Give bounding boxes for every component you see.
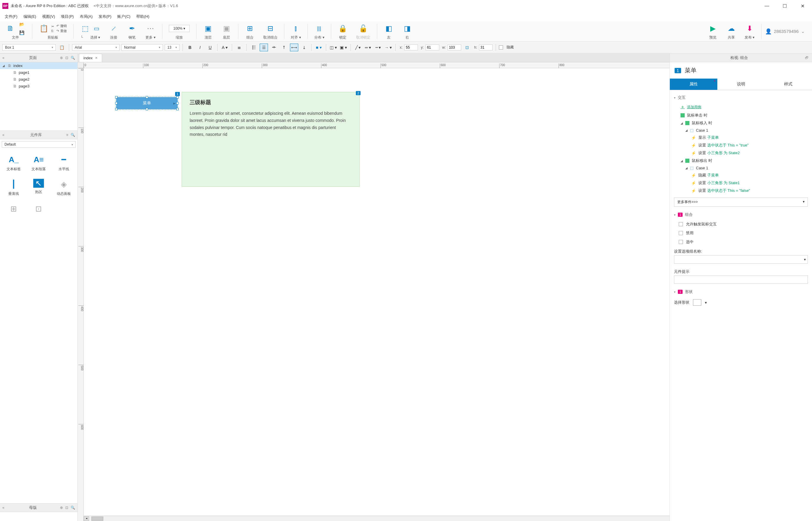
page-item-page3[interactable]: 🗎page3: [0, 83, 78, 90]
line-width-button[interactable]: ═ ▾: [364, 44, 372, 51]
library-collapse-icon[interactable]: «: [2, 133, 4, 137]
design-canvas[interactable]: 菜单 ▸ 1 2: [84, 68, 669, 516]
menu-file[interactable]: 文件(F): [2, 13, 20, 20]
add-page-icon[interactable]: ⊕: [60, 56, 63, 60]
font-size-select[interactable]: 13▾: [165, 44, 179, 51]
more-tools-icon[interactable]: ⋯: [145, 23, 155, 33]
masters-collapse-icon[interactable]: «: [2, 505, 4, 510]
copy-button[interactable]: ⎘: [51, 29, 54, 32]
valign-top-button[interactable]: ⤒: [280, 44, 288, 51]
tooltip-input[interactable]: [674, 275, 808, 284]
close-button[interactable]: ✕: [799, 3, 806, 9]
add-case-link[interactable]: ＋添加用例: [670, 103, 812, 112]
selected-checkbox[interactable]: 选中: [670, 237, 812, 246]
unlock-icon[interactable]: 🔓: [358, 23, 368, 33]
align-right-button[interactable]: ⬲: [270, 44, 278, 51]
event-onmousein[interactable]: ◢鼠标移入 时: [670, 119, 812, 127]
line-style-button[interactable]: ┅ ▾: [374, 44, 382, 51]
allow-mouse-ix-checkbox[interactable]: 允许触发鼠标交互: [670, 220, 812, 229]
fill-color-button[interactable]: ■ ▾: [315, 44, 323, 51]
underline-button[interactable]: U: [206, 44, 214, 51]
search-masters-icon[interactable]: 🔍: [71, 505, 75, 510]
menu-account[interactable]: 账户(C): [115, 13, 133, 20]
add-master-icon[interactable]: ⊕: [60, 505, 63, 510]
widget-name-input[interactable]: Box 1▾: [2, 44, 56, 51]
menu-arrange[interactable]: 布局(A): [78, 13, 95, 20]
zoom-input[interactable]: 100% ▾: [169, 25, 190, 32]
bullet-list-button[interactable]: ≣: [235, 44, 243, 51]
widget-text-paragraph[interactable]: A≡文本段落: [27, 152, 50, 174]
undo-button[interactable]: ↶撤销: [57, 24, 67, 28]
menu-publish[interactable]: 发布(P): [96, 13, 114, 20]
pages-collapse-icon[interactable]: «: [2, 56, 4, 60]
menu-box[interactable]: 菜单 ▸: [116, 97, 177, 109]
group-section-header[interactable]: ▾1组合: [670, 210, 812, 220]
h-input[interactable]: [479, 44, 493, 50]
maximize-button[interactable]: ☐: [781, 3, 788, 9]
action-show-submenu[interactable]: ⚡显示 子菜单: [670, 134, 812, 141]
library-set-select[interactable]: Default▾: [2, 141, 76, 148]
user-dropdown-icon[interactable]: ⌄: [801, 29, 805, 34]
footnote-badge-2[interactable]: 2: [356, 91, 361, 95]
distribute-label[interactable]: 分布: [314, 35, 321, 40]
case-1-out[interactable]: ◢⬚Case 1: [670, 164, 812, 172]
lock-aspect-icon[interactable]: ⊡: [463, 44, 471, 51]
add-folder-icon[interactable]: ⊡: [65, 56, 68, 60]
share-icon[interactable]: ☁: [726, 23, 736, 33]
bold-button[interactable]: B: [186, 44, 194, 51]
text-color-button[interactable]: A ▾: [220, 44, 229, 51]
valign-middle-button[interactable]: ⟷: [290, 44, 298, 51]
send-back-icon[interactable]: ▣: [221, 23, 232, 33]
line-color-button[interactable]: ╱ ▾: [354, 44, 362, 51]
vertical-ruler[interactable]: 0 100 200 300 400 500 600: [78, 68, 84, 521]
y-input[interactable]: [426, 44, 439, 50]
open-file-icon[interactable]: 📂: [18, 20, 25, 28]
w-input[interactable]: [448, 44, 461, 50]
align-label[interactable]: 对齐: [291, 35, 298, 40]
align-icon[interactable]: ⫿: [291, 23, 301, 33]
action-set-triangle-state1[interactable]: ⚡设置 小三角形 为 State1: [670, 179, 812, 187]
distribute-icon[interactable]: ⫼: [314, 23, 324, 33]
publish-label[interactable]: 发布: [745, 35, 752, 40]
search-library-icon[interactable]: 🔍: [71, 133, 75, 137]
connect-tool-icon[interactable]: ⟋: [109, 23, 119, 33]
publish-icon[interactable]: ⬇: [745, 23, 755, 33]
copy-style-icon[interactable]: 📋: [58, 44, 66, 51]
widget-horizontal-line[interactable]: ━水平线: [52, 152, 75, 174]
cut-button[interactable]: ✂: [51, 25, 54, 28]
widget-text-label[interactable]: A_文本标签: [2, 152, 25, 174]
right-panel-icon[interactable]: ◨: [402, 23, 412, 33]
event-onclick[interactable]: 鼠标单击 时: [670, 112, 812, 119]
hidden-checkbox[interactable]: [499, 45, 503, 49]
font-family-select[interactable]: Arial▾: [72, 44, 120, 51]
font-weight-select[interactable]: Normal▾: [121, 44, 163, 51]
preview-icon[interactable]: ▶: [708, 23, 718, 33]
widget-dynamic-panel[interactable]: ◈动态面板: [52, 177, 75, 199]
scroll-thumb[interactable]: [91, 517, 103, 521]
menu-widget-group[interactable]: 菜单 ▸ 1: [116, 92, 177, 110]
action-set-selected-false[interactable]: ⚡设置 选中状态于 This = "false": [670, 187, 812, 195]
widget-hot-spot[interactable]: ↖热区: [27, 177, 50, 199]
page-item-page2[interactable]: 🗎page2: [0, 76, 78, 83]
group-icon[interactable]: ⊞: [245, 23, 255, 33]
widget-name-display[interactable]: 菜单: [685, 66, 697, 74]
menu-project[interactable]: 项目(P): [59, 13, 76, 20]
more-label[interactable]: 更多: [145, 35, 153, 40]
left-panel-icon[interactable]: ◧: [384, 23, 394, 33]
disabled-checkbox[interactable]: 禁用: [670, 229, 812, 237]
user-id[interactable]: 2863579496: [774, 29, 799, 34]
tab-notes[interactable]: 说明: [717, 78, 765, 90]
event-onmouseout[interactable]: ◢鼠标移出 时: [670, 157, 812, 164]
select-tool-icon[interactable]: ⬚: [80, 23, 90, 33]
align-left-button[interactable]: ⬱: [250, 44, 258, 51]
shape-section-header[interactable]: ▾1形状: [670, 287, 812, 297]
menu-view[interactable]: 视图(V): [40, 13, 57, 20]
page-item-page1[interactable]: 🗎page1: [0, 69, 78, 76]
select-shape-row[interactable]: 选择形状▾: [670, 297, 812, 308]
tab-style[interactable]: 样式: [765, 78, 812, 90]
add-master-folder-icon[interactable]: ⊡: [65, 505, 68, 510]
minimize-button[interactable]: —: [763, 3, 770, 9]
lock-icon[interactable]: 🔒: [338, 23, 348, 33]
paste-icon[interactable]: 📋: [39, 23, 49, 33]
horizontal-scrollbar[interactable]: ◂: [84, 516, 669, 521]
